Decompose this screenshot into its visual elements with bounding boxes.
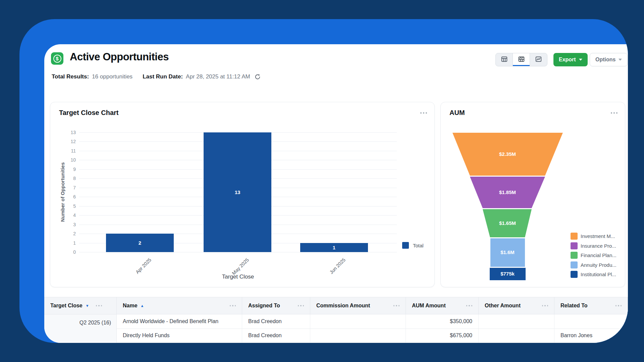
column-menu ellipsis-icon[interactable] [615, 305, 622, 306]
column-menu ellipsis-icon[interactable] [393, 305, 400, 306]
column-header-commission-amount[interactable]: Commission Amount [310, 297, 406, 314]
table-view-button[interactable] [496, 53, 513, 66]
total-results-value: 16 opportunities [92, 73, 132, 80]
funnel-legend-item[interactable]: Annuity Produ... [571, 261, 616, 268]
bar-jun-2025[interactable]: 1 [300, 243, 368, 252]
legend-label: Financial Plan... [581, 252, 616, 258]
legend-swatch [571, 233, 578, 240]
column-menu ellipsis-icon[interactable] [298, 305, 304, 306]
table-cell: Brad Creedon [242, 314, 310, 328]
column-label: Related To [560, 303, 588, 309]
table-row[interactable]: Directly Held FundsBrad Creedon$675,000B… [117, 329, 628, 343]
funnel-segment-value: $1.6M [500, 249, 515, 255]
bar-chart-y-axis-label: Number of Opportunities [60, 162, 65, 222]
chart-view-button[interactable] [530, 53, 547, 66]
column-label: AUM Amount [412, 303, 446, 309]
funnel-legend-item[interactable]: Institutional Pl... [571, 271, 616, 278]
table-cell: Brad Creedon [242, 329, 310, 343]
funnel-segment-value: $775k [500, 271, 515, 277]
column-header-name[interactable]: Name▲ [117, 297, 242, 314]
legend-label: Institutional Pl... [581, 272, 616, 277]
column-menu ellipsis-icon[interactable] [466, 305, 473, 306]
table-cell: $675,000 [406, 329, 479, 343]
export-button[interactable]: Export [553, 53, 588, 66]
legend-label: Insurance Pro... [581, 243, 616, 249]
funnel-legend: Investment M...Insurance Pro...Financial… [571, 233, 616, 278]
target-close-chart-menu ellipsis-icon[interactable] [420, 112, 427, 114]
column-menu ellipsis-icon[interactable] [542, 305, 548, 306]
y-axis-tick: 3 [60, 222, 76, 227]
view-toggle-group [495, 53, 547, 66]
funnel-segment-value: $2.35M [499, 151, 516, 157]
column-label: Other Amount [485, 303, 521, 309]
table-cell: Directly Held Funds [117, 329, 242, 343]
opportunity-record-icon: $ [51, 52, 63, 65]
column-menu ellipsis-icon[interactable] [230, 305, 236, 306]
column-label: Name [123, 303, 138, 309]
target-close-group-cell[interactable]: Q2 2025 (16) [44, 314, 117, 343]
column-header-aum-amount[interactable]: AUM Amount [406, 297, 479, 314]
y-axis-tick: 13 [60, 130, 76, 135]
y-axis-tick: 11 [60, 148, 76, 154]
table-rows: Arnold Worldwide - Defined Benefit PlanB… [117, 314, 628, 343]
y-axis-tick: 1 [60, 240, 76, 246]
y-axis-tick: 0 [60, 249, 76, 255]
table-cell [310, 329, 406, 343]
aum-chart-panel: AUM $2.35M$1.85M$1.65M$1.6M$775k Investm… [440, 102, 625, 287]
total-results-label: Total Results: [52, 73, 89, 80]
x-axis-tick: Apr 2025 [135, 257, 152, 275]
bar-chart-legend: Total [402, 242, 424, 249]
gridline [79, 252, 397, 252]
target-close-chart-panel: Target Close Chart 0123456789101112132Ap… [50, 102, 435, 287]
y-axis-tick: 12 [60, 139, 76, 144]
table-chart-view-button[interactable] [513, 53, 530, 66]
options-button[interactable]: Options [590, 53, 628, 66]
column-menu ellipsis-icon[interactable] [96, 305, 102, 306]
table-cell [479, 329, 554, 343]
column-label: Target Close [50, 303, 83, 309]
page-title: Active Opportunities [70, 51, 169, 63]
caret-down-icon [579, 59, 582, 61]
caret-down-icon [619, 59, 622, 61]
legend-swatch [571, 271, 578, 278]
last-run-label: Last Run Date: [143, 73, 183, 80]
bar-may-2025[interactable]: 13 [204, 132, 271, 252]
refresh-icon[interactable] [254, 73, 261, 80]
sort-asc-icon: ▲ [141, 304, 144, 308]
column-header-related-to[interactable]: Related To [554, 297, 628, 314]
funnel-legend-item[interactable]: Financial Plan... [571, 252, 616, 259]
table-cell: Arnold Worldwide - Defined Benefit Plan [117, 314, 242, 328]
y-axis-tick: 10 [60, 157, 76, 163]
dollar-circle-icon: $ [53, 55, 61, 63]
report-meta: Total Results: 16 opportunities Last Run… [52, 73, 261, 80]
chart-view-icon [535, 56, 542, 64]
bar-chart-x-axis-label: Target Close [79, 274, 397, 280]
y-axis-tick: 2 [60, 231, 76, 236]
app-frame: $ Active Opportunities Total Results: 16… [19, 19, 628, 343]
column-label: Commission Amount [316, 303, 370, 309]
options-button-label: Options [595, 57, 615, 63]
table-cell: $350,000 [406, 314, 479, 328]
table-chart-view-icon [518, 56, 525, 64]
funnel-legend-item[interactable]: Investment M... [571, 233, 616, 240]
funnel-legend-item[interactable]: Insurance Pro... [571, 242, 616, 249]
opportunities-table: Target Close▼Name▲Assigned ToCommission … [44, 297, 628, 343]
table-body: Q2 2025 (16) Arnold Worldwide - Defined … [44, 314, 628, 343]
sort-desc-icon: ▼ [86, 304, 89, 308]
funnel-segment-value: $1.85M [499, 189, 516, 195]
bar-apr-2025[interactable]: 2 [106, 234, 174, 252]
target-close-chart-title: Target Close Chart [59, 109, 118, 117]
x-axis-tick: May 2025 [231, 257, 250, 276]
legend-swatch [571, 252, 578, 259]
column-label: Assigned To [248, 303, 280, 309]
table-cell [554, 314, 628, 328]
table-header-row: Target Close▼Name▲Assigned ToCommission … [44, 297, 628, 314]
table-row[interactable]: Arnold Worldwide - Defined Benefit PlanB… [117, 314, 628, 329]
table-view-icon [501, 56, 508, 64]
table-cell [479, 314, 554, 328]
column-header-target-close[interactable]: Target Close▼ [44, 297, 117, 314]
funnel-segment-value: $1.65M [499, 220, 516, 226]
column-header-assigned-to[interactable]: Assigned To [242, 297, 310, 314]
column-header-other-amount[interactable]: Other Amount [479, 297, 554, 314]
last-run-value: Apr 28, 2025 at 11:12 AM [186, 73, 250, 80]
